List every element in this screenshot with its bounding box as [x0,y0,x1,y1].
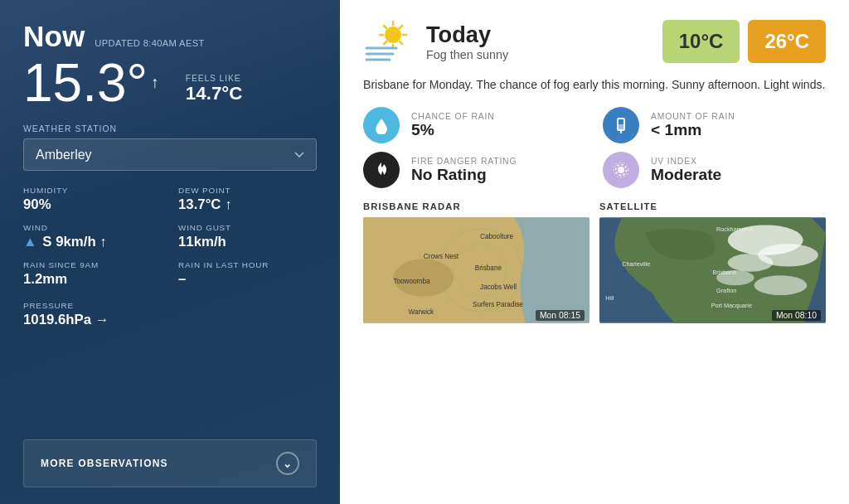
stats-grid: HUMIDITY 90% DEW POINT 13.7°C ↑ WIND ▲ S… [23,186,317,288]
temp-low-badge: 10°C [662,20,740,63]
today-header: Today Fog then sunny 10°C 26°C [363,17,826,66]
feels-like-block: FEELS LIKE 14.7°C [186,74,243,109]
temp-badges: 10°C 26°C [662,20,826,63]
uv-icon [603,152,639,188]
svg-line-5 [384,26,386,28]
today-title: Today [426,22,508,48]
amount-of-rain-stat: AMOUNT OF RAIN < 1mm [603,107,826,143]
today-title-block: Today Fog then sunny [426,22,508,61]
today-subtitle: Fog then sunny [426,48,508,61]
wind-gust-stat: WIND GUST 11km/h [178,223,317,250]
wind-direction-icon: ▲ [23,234,37,250]
right-panel: Today Fog then sunny 10°C 26°C Brisbane … [340,0,849,504]
fire-danger-stat: FIRE DANGER RATING No Rating [363,152,586,188]
radar-timestamp: Mon 08:15 [536,310,585,321]
feels-like-label: FEELS LIKE [186,74,243,83]
svg-text:Brisbane: Brisbane [713,269,737,276]
weather-station-select[interactable]: Amberley [23,138,317,171]
updated-text: UPDATED 8:40AM AEST [95,38,204,48]
pressure-stat: PRESSURE 1019.6hPa → [23,301,317,328]
main-temperature: 15.3° ↑ [23,56,159,109]
chance-of-rain-stat: CHANCE OF RAIN 5% [363,107,586,143]
weather-icon [363,17,413,66]
rain-9am-stat: RAIN SINCE 9AM 1.2mm [23,260,162,288]
radar-label: BRISBANE RADAR [363,201,589,211]
svg-line-7 [400,26,402,28]
svg-text:Rockhampton: Rockhampton [716,225,754,233]
wind-value: S 9km/h ↑ [42,234,106,250]
more-observations-button[interactable]: MORE OBSERVATIONS ⌄ [23,439,317,487]
rain-gauge-icon [603,107,639,143]
weather-station-label: WEATHER STATION [23,124,317,133]
fire-icon [363,152,400,188]
svg-text:Hill: Hill [605,295,614,303]
rain-drop-icon [363,107,400,143]
svg-rect-13 [618,124,624,130]
satellite-timestamp: Mon 08:10 [772,310,821,321]
svg-line-8 [384,41,386,44]
svg-text:Brisbane: Brisbane [475,264,502,272]
brisbane-radar-block: BRISBANE RADAR Caboolture Crows Nest [363,201,589,504]
radar-section: BRISBANE RADAR Caboolture Crows Nest [363,201,826,504]
temp-high-badge: 26°C [748,20,826,63]
feels-like-value: 14.7°C [186,83,243,104]
svg-line-6 [400,41,402,44]
temp-arrow: ↑ [151,75,159,90]
wind-stat: WIND ▲ S 9km/h ↑ [23,223,162,250]
uv-index-stat: UV INDEX Moderate [603,152,826,188]
fog-sunny-svg [363,17,413,66]
radar-image[interactable]: Caboolture Crows Nest Toowoomba Brisbane… [363,216,589,324]
svg-point-34 [754,275,808,295]
radar-map-svg: Caboolture Crows Nest Toowoomba Brisbane… [363,216,589,324]
now-title: Now [23,20,85,53]
svg-text:Port Macquarie: Port Macquarie [711,303,752,310]
svg-text:Crows Nest: Crows Nest [424,253,459,260]
svg-text:Charleville: Charleville [622,261,650,269]
rain-hour-stat: RAIN IN LAST HOUR – [178,260,317,288]
chevron-down-icon: ⌄ [276,452,299,475]
satellite-image[interactable]: Rockhampton Charleville Brisbane Grafton… [599,216,826,324]
svg-text:Surfers Paradise: Surfers Paradise [473,301,523,308]
svg-text:Grafton: Grafton [716,287,736,294]
satellite-map-svg: Rockhampton Charleville Brisbane Grafton… [599,216,826,324]
today-description: Brisbane for Monday. The chance of fog e… [363,76,826,94]
svg-text:Warwick: Warwick [409,308,435,316]
weather-stats-row: CHANCE OF RAIN 5% AMOUNT OF RAIN < 1mm [363,107,826,188]
humidity-stat: HUMIDITY 90% [23,186,162,213]
satellite-label: SATELLITE [599,201,826,211]
svg-text:Caboolture: Caboolture [480,233,514,240]
left-panel: Now UPDATED 8:40AM AEST 15.3° ↑ FEELS LI… [0,0,340,504]
svg-text:Toowoomba: Toowoomba [393,278,430,285]
satellite-block: SATELLITE [599,201,826,504]
dew-point-stat: DEW POINT 13.7°C ↑ [178,186,317,213]
svg-point-15 [618,167,624,173]
svg-point-0 [385,27,401,43]
